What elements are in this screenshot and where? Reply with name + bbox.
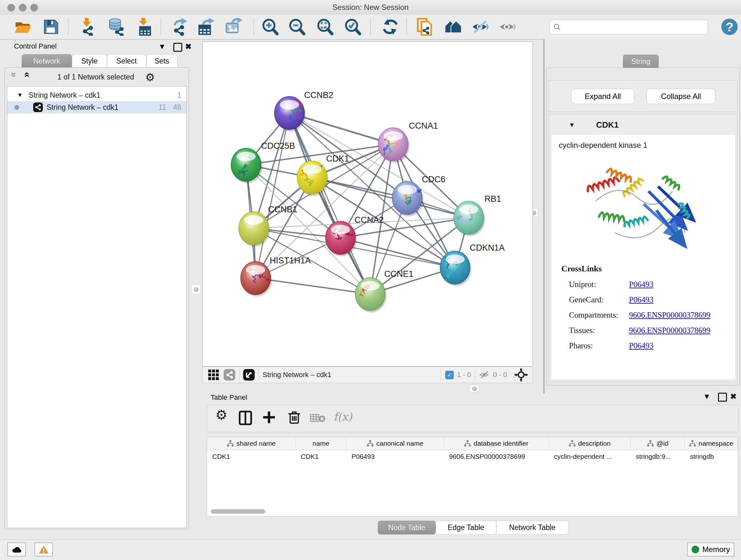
import-network-from-database-button[interactable] bbox=[107, 18, 125, 36]
detach-view-icon[interactable] bbox=[243, 369, 255, 381]
crosslink-value-link[interactable]: 9606.ENSP00000378699 bbox=[629, 311, 711, 320]
network-edge-hist1h1a-ccne1[interactable] bbox=[256, 278, 370, 294]
cell-sharedname[interactable]: CDK1 bbox=[207, 450, 296, 463]
duplicate-network-button[interactable] bbox=[415, 18, 433, 36]
network-node-ccna1[interactable]: CCNA1 bbox=[378, 121, 438, 163]
help-button[interactable]: ? bbox=[721, 18, 738, 36]
gene-section-collapse-icon[interactable]: ▼ bbox=[569, 121, 575, 129]
expand-all-button[interactable]: Expand All bbox=[571, 89, 634, 104]
hide-glass-button[interactable] bbox=[471, 18, 489, 36]
import-network-from-file-button[interactable] bbox=[78, 18, 96, 36]
tab-network[interactable]: Network bbox=[22, 54, 72, 68]
gene-section-box: ▼ CDK1 cyclin-dependent kinase 1 CrossLi… bbox=[549, 114, 738, 382]
zoom-in-button[interactable] bbox=[261, 18, 279, 36]
network-row-selected[interactable]: String Network – cdk1 11 48 bbox=[7, 101, 186, 113]
control-panel-collapse-icon[interactable]: ▼ bbox=[158, 43, 166, 51]
table-settings-gear-icon[interactable]: ⚙ bbox=[215, 407, 227, 423]
crosslink-value-link[interactable]: P06493 bbox=[629, 280, 653, 289]
collapse-all-button[interactable]: Collapse All bbox=[647, 89, 716, 104]
tree-expand-icon[interactable]: ▼ bbox=[17, 91, 23, 99]
cell-databaseidentifier[interactable]: 9606.ENSP00000378699 bbox=[444, 450, 549, 463]
show-glass-button[interactable] bbox=[498, 18, 516, 36]
column-header-sharedname[interactable]: shared name bbox=[207, 437, 296, 450]
network-edge-ccnb2-ccne1[interactable] bbox=[289, 113, 370, 294]
tab-edge-table[interactable]: Edge Table bbox=[435, 521, 496, 535]
column-header-description[interactable]: description bbox=[549, 437, 631, 450]
cytoscape-window: Session: New Session bbox=[0, 0, 741, 560]
string-home-button[interactable] bbox=[444, 18, 462, 36]
delete-table-icon[interactable] bbox=[310, 414, 326, 423]
crosslink-value-link[interactable]: 9606.ENSP00000378699 bbox=[629, 326, 711, 335]
left-splitter-grip[interactable] bbox=[191, 285, 201, 294]
control-panel-float-icon[interactable] bbox=[173, 43, 182, 52]
collapse-all-networks-icon[interactable]: » bbox=[11, 71, 17, 79]
network-node-cdk1[interactable]: CDK1 bbox=[297, 154, 349, 196]
crosslink-value-link[interactable]: P06493 bbox=[629, 295, 653, 304]
zoom-selected-button[interactable] bbox=[343, 18, 361, 36]
save-session-button[interactable] bbox=[42, 18, 60, 36]
birdseye-crosshair-icon[interactable] bbox=[514, 368, 528, 382]
warnings-button[interactable] bbox=[35, 543, 53, 557]
control-panel-close-icon[interactable]: ✖ bbox=[185, 43, 192, 51]
column-header-namespace[interactable]: namespace bbox=[685, 437, 738, 450]
column-header-canonicalname[interactable]: canonical name bbox=[346, 437, 444, 450]
function-builder-icon[interactable]: f(x) bbox=[333, 410, 352, 423]
refresh-button[interactable] bbox=[381, 18, 399, 36]
cloud-button[interactable] bbox=[7, 543, 26, 557]
zoom-fit-button[interactable] bbox=[316, 18, 333, 36]
tab-select[interactable]: Select bbox=[107, 54, 146, 68]
hidden-eye-slash-icon[interactable] bbox=[479, 370, 490, 379]
expand-all-networks-icon[interactable]: « bbox=[25, 71, 30, 79]
tab-sets[interactable]: Sets bbox=[146, 54, 178, 68]
column-header-id[interactable]: @id bbox=[630, 437, 685, 450]
table-panel-close-icon[interactable]: ✖ bbox=[730, 393, 737, 400]
tab-style[interactable]: Style bbox=[72, 54, 107, 68]
crosslink-value-link[interactable]: P06493 bbox=[629, 341, 653, 350]
maximize-window-icon[interactable] bbox=[30, 4, 38, 11]
table-horizontal-scrollbar[interactable] bbox=[211, 509, 265, 514]
minimize-window-icon[interactable] bbox=[19, 4, 26, 11]
cell-id[interactable]: stringdb:9... bbox=[630, 450, 685, 463]
import-table-button[interactable] bbox=[135, 18, 152, 36]
grid-view-icon[interactable] bbox=[208, 369, 219, 381]
export-image-button[interactable] bbox=[225, 18, 243, 36]
network-node-cdkn1a[interactable]: CDKN1A bbox=[440, 243, 505, 286]
network-node-ccne1[interactable]: CCNE1 bbox=[355, 269, 414, 313]
column-header-name[interactable]: name bbox=[296, 437, 347, 450]
table-panel-float-icon[interactable] bbox=[718, 393, 727, 401]
cell-namespace[interactable]: stringdb bbox=[685, 450, 738, 463]
export-table-button[interactable] bbox=[197, 18, 215, 36]
cell-description[interactable]: cyclin-dependent ... bbox=[549, 450, 631, 463]
network-edge-ccnb2-hist1h1a[interactable] bbox=[256, 113, 289, 278]
node-label-ccne1: CCNE1 bbox=[384, 269, 414, 279]
memory-button[interactable]: Memory bbox=[687, 543, 734, 557]
close-window-icon[interactable] bbox=[7, 4, 15, 11]
node-table[interactable]: shared namenamecanonical namedatabase id… bbox=[207, 437, 738, 516]
column-header-databaseidentifier[interactable]: database identifier bbox=[444, 437, 549, 450]
network-node-rb1[interactable]: RB1 bbox=[454, 194, 501, 236]
search-input[interactable] bbox=[564, 23, 708, 32]
table-panel-collapse-icon[interactable]: ▼ bbox=[703, 393, 711, 400]
toolbar-separator bbox=[406, 18, 407, 35]
export-network-button[interactable] bbox=[170, 18, 188, 36]
table-row[interactable]: CDK1CDK1P064939606.ENSP00000378699cyclin… bbox=[207, 450, 738, 463]
network-view-share-icon[interactable] bbox=[224, 369, 235, 381]
network-node-ccnb2[interactable]: CCNB2 bbox=[274, 90, 333, 132]
network-node-hist1h1a[interactable]: HIST1H1A bbox=[241, 256, 311, 297]
selected-checkbox-icon[interactable]: ✓ bbox=[445, 371, 454, 379]
cell-name[interactable]: CDK1 bbox=[296, 450, 347, 463]
network-collection-row[interactable]: ▼ String Network – cdk1 1 bbox=[7, 89, 186, 101]
tab-string[interactable]: String bbox=[623, 55, 659, 68]
horizontal-splitter-grip[interactable] bbox=[469, 385, 479, 392]
delete-column-icon[interactable] bbox=[287, 410, 301, 424]
network-node-ccnb1[interactable]: CCNB1 bbox=[239, 205, 297, 247]
open-session-button[interactable] bbox=[14, 18, 32, 36]
tab-node-table[interactable]: Node Table bbox=[378, 521, 435, 535]
show-columns-icon[interactable] bbox=[238, 410, 253, 426]
cell-canonicalname[interactable]: P06493 bbox=[346, 450, 444, 463]
network-options-gear-icon[interactable]: ⚙ bbox=[145, 71, 155, 84]
network-canvas[interactable]: CCNB2CCNA1CDC25BCDK1CDC6RB1CCNB1CCNA2CDK… bbox=[202, 42, 533, 367]
add-column-icon[interactable] bbox=[262, 410, 276, 424]
tab-network-table[interactable]: Network Table bbox=[496, 521, 568, 535]
zoom-out-button[interactable] bbox=[287, 18, 306, 36]
